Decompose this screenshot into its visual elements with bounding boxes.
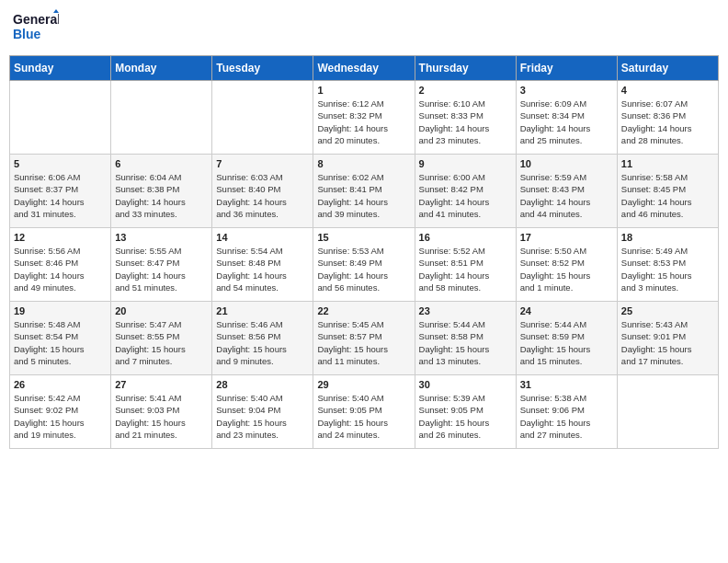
day-number: 6 (115, 158, 208, 169)
day-info: Sunrise: 6:03 AM Sunset: 8:40 PM Dayligh… (216, 171, 309, 220)
day-info: Sunrise: 5:56 AM Sunset: 8:46 PM Dayligh… (14, 245, 107, 293)
day-number: 24 (520, 305, 613, 316)
day-info: Sunrise: 5:46 AM Sunset: 8:56 PM Dayligh… (216, 318, 309, 367)
calendar-cell: 1Sunrise: 6:12 AM Sunset: 8:32 PM Daylig… (313, 81, 415, 155)
day-number: 14 (216, 232, 309, 243)
calendar-cell: 18Sunrise: 5:49 AM Sunset: 8:53 PM Dayli… (617, 228, 718, 302)
calendar-cell: 8Sunrise: 6:02 AM Sunset: 8:41 PM Daylig… (313, 155, 415, 228)
day-number: 5 (14, 158, 107, 169)
day-number: 9 (419, 158, 512, 169)
day-info: Sunrise: 5:48 AM Sunset: 8:54 PM Dayligh… (14, 318, 107, 367)
day-number: 17 (520, 232, 613, 243)
day-number: 18 (621, 232, 714, 243)
day-number: 12 (14, 232, 107, 243)
day-info: Sunrise: 5:44 AM Sunset: 8:58 PM Dayligh… (419, 318, 512, 367)
logo-svg: General Blue (13, 9, 59, 48)
day-number: 27 (115, 379, 208, 390)
calendar-week-2: 12Sunrise: 5:56 AM Sunset: 8:46 PM Dayli… (10, 228, 719, 302)
day-info: Sunrise: 5:50 AM Sunset: 8:52 PM Dayligh… (520, 245, 613, 293)
day-info: Sunrise: 5:44 AM Sunset: 8:59 PM Dayligh… (520, 318, 613, 367)
logo: General Blue (13, 9, 59, 48)
day-info: Sunrise: 6:00 AM Sunset: 8:42 PM Dayligh… (419, 171, 512, 220)
day-info: Sunrise: 5:59 AM Sunset: 8:43 PM Dayligh… (520, 171, 613, 220)
calendar-cell: 25Sunrise: 5:43 AM Sunset: 9:01 PM Dayli… (617, 302, 718, 375)
day-number: 30 (419, 379, 512, 390)
day-number: 11 (621, 158, 714, 169)
day-number: 22 (317, 305, 410, 316)
day-number: 31 (520, 379, 613, 390)
day-info: Sunrise: 6:02 AM Sunset: 8:41 PM Dayligh… (317, 171, 410, 220)
calendar-cell: 13Sunrise: 5:55 AM Sunset: 8:47 PM Dayli… (111, 228, 212, 302)
day-info: Sunrise: 6:09 AM Sunset: 8:34 PM Dayligh… (520, 98, 613, 146)
day-info: Sunrise: 5:55 AM Sunset: 8:47 PM Dayligh… (115, 245, 208, 293)
day-info: Sunrise: 5:39 AM Sunset: 9:05 PM Dayligh… (419, 392, 512, 441)
calendar-cell: 28Sunrise: 5:40 AM Sunset: 9:04 PM Dayli… (212, 375, 313, 449)
day-info: Sunrise: 6:12 AM Sunset: 8:32 PM Dayligh… (317, 98, 410, 146)
header-saturday: Saturday (617, 56, 718, 81)
calendar-week-0: 1Sunrise: 6:12 AM Sunset: 8:32 PM Daylig… (10, 81, 719, 155)
calendar-cell: 10Sunrise: 5:59 AM Sunset: 8:43 PM Dayli… (516, 155, 617, 228)
day-number: 28 (216, 379, 309, 390)
calendar-week-4: 26Sunrise: 5:42 AM Sunset: 9:02 PM Dayli… (10, 375, 719, 449)
calendar-cell: 11Sunrise: 5:58 AM Sunset: 8:45 PM Dayli… (617, 155, 718, 228)
day-info: Sunrise: 6:06 AM Sunset: 8:37 PM Dayligh… (14, 171, 107, 220)
calendar-week-3: 19Sunrise: 5:48 AM Sunset: 8:54 PM Dayli… (10, 302, 719, 375)
day-info: Sunrise: 5:40 AM Sunset: 9:05 PM Dayligh… (317, 392, 410, 441)
calendar-cell: 16Sunrise: 5:52 AM Sunset: 8:51 PM Dayli… (415, 228, 516, 302)
header-friday: Friday (516, 56, 617, 81)
calendar-header-row: SundayMondayTuesdayWednesdayThursdayFrid… (10, 56, 719, 81)
header-wednesday: Wednesday (313, 56, 415, 81)
day-number: 1 (317, 85, 410, 96)
day-info: Sunrise: 5:40 AM Sunset: 9:04 PM Dayligh… (216, 392, 309, 441)
calendar-cell: 4Sunrise: 6:07 AM Sunset: 8:36 PM Daylig… (617, 81, 718, 155)
header-sunday: Sunday (10, 56, 111, 81)
calendar-cell (10, 81, 111, 155)
day-number: 21 (216, 305, 309, 316)
day-info: Sunrise: 5:49 AM Sunset: 8:53 PM Dayligh… (621, 245, 714, 293)
day-info: Sunrise: 5:53 AM Sunset: 8:49 PM Dayligh… (317, 245, 410, 293)
calendar-cell: 17Sunrise: 5:50 AM Sunset: 8:52 PM Dayli… (516, 228, 617, 302)
calendar-cell: 20Sunrise: 5:47 AM Sunset: 8:55 PM Dayli… (111, 302, 212, 375)
day-info: Sunrise: 5:54 AM Sunset: 8:48 PM Dayligh… (216, 245, 309, 293)
calendar-cell (111, 81, 212, 155)
page-header: General Blue (9, 9, 719, 48)
day-info: Sunrise: 5:47 AM Sunset: 8:55 PM Dayligh… (115, 318, 208, 367)
calendar-cell: 12Sunrise: 5:56 AM Sunset: 8:46 PM Dayli… (10, 228, 111, 302)
calendar-cell: 9Sunrise: 6:00 AM Sunset: 8:42 PM Daylig… (415, 155, 516, 228)
calendar-cell: 29Sunrise: 5:40 AM Sunset: 9:05 PM Dayli… (313, 375, 415, 449)
day-number: 15 (317, 232, 410, 243)
svg-text:Blue: Blue (13, 27, 41, 41)
day-number: 10 (520, 158, 613, 169)
calendar-cell: 7Sunrise: 6:03 AM Sunset: 8:40 PM Daylig… (212, 155, 313, 228)
day-info: Sunrise: 5:41 AM Sunset: 9:03 PM Dayligh… (115, 392, 208, 441)
day-number: 20 (115, 305, 208, 316)
header-tuesday: Tuesday (212, 56, 313, 81)
calendar-cell: 14Sunrise: 5:54 AM Sunset: 8:48 PM Dayli… (212, 228, 313, 302)
day-number: 3 (520, 85, 613, 96)
header-thursday: Thursday (415, 56, 516, 81)
calendar-cell: 3Sunrise: 6:09 AM Sunset: 8:34 PM Daylig… (516, 81, 617, 155)
day-number: 13 (115, 232, 208, 243)
svg-marker-2 (53, 9, 59, 13)
svg-text:General: General (13, 12, 59, 27)
calendar-cell (212, 81, 313, 155)
day-number: 16 (419, 232, 512, 243)
day-info: Sunrise: 5:43 AM Sunset: 9:01 PM Dayligh… (621, 318, 714, 367)
day-number: 2 (419, 85, 512, 96)
day-number: 29 (317, 379, 410, 390)
day-info: Sunrise: 6:10 AM Sunset: 8:33 PM Dayligh… (419, 98, 512, 146)
calendar-cell: 21Sunrise: 5:46 AM Sunset: 8:56 PM Dayli… (212, 302, 313, 375)
header-monday: Monday (111, 56, 212, 81)
calendar-cell: 19Sunrise: 5:48 AM Sunset: 8:54 PM Dayli… (10, 302, 111, 375)
day-number: 7 (216, 158, 309, 169)
day-number: 19 (14, 305, 107, 316)
day-number: 26 (14, 379, 107, 390)
day-number: 25 (621, 305, 714, 316)
day-info: Sunrise: 6:07 AM Sunset: 8:36 PM Dayligh… (621, 98, 714, 146)
day-info: Sunrise: 6:04 AM Sunset: 8:38 PM Dayligh… (115, 171, 208, 220)
day-info: Sunrise: 5:38 AM Sunset: 9:06 PM Dayligh… (520, 392, 613, 441)
calendar-cell: 22Sunrise: 5:45 AM Sunset: 8:57 PM Dayli… (313, 302, 415, 375)
calendar-cell (617, 375, 718, 449)
calendar-cell: 23Sunrise: 5:44 AM Sunset: 8:58 PM Dayli… (415, 302, 516, 375)
calendar-cell: 27Sunrise: 5:41 AM Sunset: 9:03 PM Dayli… (111, 375, 212, 449)
